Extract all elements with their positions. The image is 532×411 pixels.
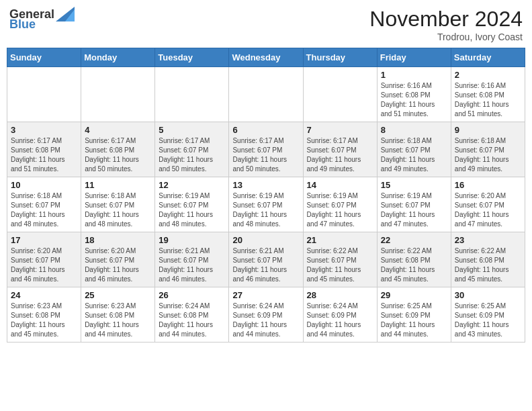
calendar-cell: 14Sunrise: 6:19 AM Sunset: 6:07 PM Dayli… bbox=[303, 177, 377, 232]
day-number: 23 bbox=[455, 235, 521, 245]
month-title: November 2024 bbox=[369, 7, 523, 32]
calendar-cell bbox=[81, 67, 155, 122]
day-info: Sunrise: 6:18 AM Sunset: 6:07 PM Dayligh… bbox=[11, 191, 77, 229]
col-friday: Friday bbox=[377, 48, 451, 67]
col-thursday: Thursday bbox=[303, 48, 377, 67]
day-info: Sunrise: 6:18 AM Sunset: 6:07 PM Dayligh… bbox=[381, 136, 447, 174]
day-number: 20 bbox=[232, 235, 299, 245]
day-info: Sunrise: 6:22 AM Sunset: 6:08 PM Dayligh… bbox=[455, 246, 521, 284]
calendar-cell: 18Sunrise: 6:20 AM Sunset: 6:07 PM Dayli… bbox=[81, 232, 155, 287]
day-number: 2 bbox=[455, 70, 521, 80]
day-number: 19 bbox=[159, 235, 225, 245]
title-section: November 2024 Trodrou, Ivory Coast bbox=[369, 7, 523, 42]
day-number: 28 bbox=[307, 290, 373, 300]
day-info: Sunrise: 6:19 AM Sunset: 6:07 PM Dayligh… bbox=[381, 191, 447, 229]
day-number: 26 bbox=[159, 290, 225, 300]
day-info: Sunrise: 6:19 AM Sunset: 6:07 PM Dayligh… bbox=[232, 191, 299, 229]
calendar-cell: 2Sunrise: 6:16 AM Sunset: 6:08 PM Daylig… bbox=[451, 67, 525, 122]
calendar-cell: 15Sunrise: 6:19 AM Sunset: 6:07 PM Dayli… bbox=[377, 177, 451, 232]
calendar-cell: 25Sunrise: 6:23 AM Sunset: 6:08 PM Dayli… bbox=[81, 287, 155, 342]
calendar-week-5: 24Sunrise: 6:23 AM Sunset: 6:08 PM Dayli… bbox=[7, 287, 525, 342]
calendar-cell: 12Sunrise: 6:19 AM Sunset: 6:07 PM Dayli… bbox=[155, 177, 229, 232]
calendar-cell: 10Sunrise: 6:18 AM Sunset: 6:07 PM Dayli… bbox=[7, 177, 81, 232]
calendar-week-4: 17Sunrise: 6:20 AM Sunset: 6:07 PM Dayli… bbox=[7, 232, 525, 287]
calendar-cell: 7Sunrise: 6:17 AM Sunset: 6:07 PM Daylig… bbox=[303, 122, 377, 177]
day-number: 25 bbox=[85, 290, 151, 300]
day-info: Sunrise: 6:22 AM Sunset: 6:07 PM Dayligh… bbox=[307, 246, 373, 284]
day-number: 8 bbox=[381, 125, 447, 135]
day-info: Sunrise: 6:24 AM Sunset: 6:09 PM Dayligh… bbox=[232, 302, 299, 339]
calendar-cell: 28Sunrise: 6:24 AM Sunset: 6:09 PM Dayli… bbox=[303, 287, 377, 342]
calendar-cell: 30Sunrise: 6:25 AM Sunset: 6:09 PM Dayli… bbox=[451, 287, 525, 342]
col-sunday: Sunday bbox=[7, 48, 81, 67]
day-number: 3 bbox=[11, 125, 77, 135]
day-info: Sunrise: 6:24 AM Sunset: 6:09 PM Dayligh… bbox=[307, 302, 373, 339]
day-number: 6 bbox=[232, 125, 299, 135]
day-info: Sunrise: 6:19 AM Sunset: 6:07 PM Dayligh… bbox=[307, 191, 373, 229]
day-info: Sunrise: 6:23 AM Sunset: 6:08 PM Dayligh… bbox=[11, 302, 77, 339]
day-number: 22 bbox=[381, 235, 447, 245]
calendar-cell: 26Sunrise: 6:24 AM Sunset: 6:08 PM Dayli… bbox=[155, 287, 229, 342]
day-info: Sunrise: 6:21 AM Sunset: 6:07 PM Dayligh… bbox=[232, 246, 299, 284]
logo-blue: Blue bbox=[9, 17, 36, 32]
page-header: General Blue November 2024 Trodrou, Ivor… bbox=[7, 7, 525, 42]
calendar-cell: 5Sunrise: 6:17 AM Sunset: 6:07 PM Daylig… bbox=[155, 122, 229, 177]
calendar-week-1: 1Sunrise: 6:16 AM Sunset: 6:08 PM Daylig… bbox=[7, 67, 525, 122]
day-info: Sunrise: 6:25 AM Sunset: 6:09 PM Dayligh… bbox=[381, 302, 447, 339]
calendar-cell bbox=[303, 67, 377, 122]
col-monday: Monday bbox=[81, 48, 155, 67]
calendar-cell: 21Sunrise: 6:22 AM Sunset: 6:07 PM Dayli… bbox=[303, 232, 377, 287]
logo: General Blue bbox=[9, 7, 75, 32]
calendar-cell: 23Sunrise: 6:22 AM Sunset: 6:08 PM Dayli… bbox=[451, 232, 525, 287]
calendar-cell: 4Sunrise: 6:17 AM Sunset: 6:08 PM Daylig… bbox=[81, 122, 155, 177]
day-info: Sunrise: 6:25 AM Sunset: 6:09 PM Dayligh… bbox=[455, 302, 521, 339]
calendar-week-2: 3Sunrise: 6:17 AM Sunset: 6:08 PM Daylig… bbox=[7, 122, 525, 177]
col-saturday: Saturday bbox=[451, 48, 525, 67]
calendar-cell: 20Sunrise: 6:21 AM Sunset: 6:07 PM Dayli… bbox=[229, 232, 303, 287]
calendar-cell: 19Sunrise: 6:21 AM Sunset: 6:07 PM Dayli… bbox=[155, 232, 229, 287]
day-number: 18 bbox=[85, 235, 151, 245]
calendar-header-row: Sunday Monday Tuesday Wednesday Thursday… bbox=[7, 48, 525, 67]
day-number: 29 bbox=[381, 290, 447, 300]
day-number: 13 bbox=[232, 180, 299, 190]
location: Trodrou, Ivory Coast bbox=[369, 32, 523, 42]
day-info: Sunrise: 6:19 AM Sunset: 6:07 PM Dayligh… bbox=[159, 191, 225, 229]
calendar-cell: 17Sunrise: 6:20 AM Sunset: 6:07 PM Dayli… bbox=[7, 232, 81, 287]
day-number: 17 bbox=[11, 235, 77, 245]
day-info: Sunrise: 6:18 AM Sunset: 6:07 PM Dayligh… bbox=[455, 136, 521, 174]
day-number: 30 bbox=[455, 290, 521, 300]
day-info: Sunrise: 6:17 AM Sunset: 6:07 PM Dayligh… bbox=[159, 136, 225, 174]
calendar: Sunday Monday Tuesday Wednesday Thursday… bbox=[7, 48, 525, 342]
day-number: 24 bbox=[11, 290, 77, 300]
day-info: Sunrise: 6:22 AM Sunset: 6:08 PM Dayligh… bbox=[381, 246, 447, 284]
day-info: Sunrise: 6:17 AM Sunset: 6:07 PM Dayligh… bbox=[232, 136, 299, 174]
day-info: Sunrise: 6:16 AM Sunset: 6:08 PM Dayligh… bbox=[455, 81, 521, 119]
day-info: Sunrise: 6:17 AM Sunset: 6:07 PM Dayligh… bbox=[307, 136, 373, 174]
calendar-cell: 1Sunrise: 6:16 AM Sunset: 6:08 PM Daylig… bbox=[377, 67, 451, 122]
calendar-cell: 3Sunrise: 6:17 AM Sunset: 6:08 PM Daylig… bbox=[7, 122, 81, 177]
day-number: 5 bbox=[159, 125, 225, 135]
day-number: 21 bbox=[307, 235, 373, 245]
calendar-week-3: 10Sunrise: 6:18 AM Sunset: 6:07 PM Dayli… bbox=[7, 177, 525, 232]
day-info: Sunrise: 6:20 AM Sunset: 6:07 PM Dayligh… bbox=[11, 246, 77, 284]
day-info: Sunrise: 6:16 AM Sunset: 6:08 PM Dayligh… bbox=[381, 81, 447, 119]
day-info: Sunrise: 6:18 AM Sunset: 6:07 PM Dayligh… bbox=[85, 191, 151, 229]
calendar-cell bbox=[155, 67, 229, 122]
day-number: 9 bbox=[455, 125, 521, 135]
col-tuesday: Tuesday bbox=[155, 48, 229, 67]
day-info: Sunrise: 6:20 AM Sunset: 6:07 PM Dayligh… bbox=[455, 191, 521, 229]
day-info: Sunrise: 6:17 AM Sunset: 6:08 PM Dayligh… bbox=[11, 136, 77, 174]
calendar-cell: 11Sunrise: 6:18 AM Sunset: 6:07 PM Dayli… bbox=[81, 177, 155, 232]
day-number: 12 bbox=[159, 180, 225, 190]
calendar-cell: 29Sunrise: 6:25 AM Sunset: 6:09 PM Dayli… bbox=[377, 287, 451, 342]
day-info: Sunrise: 6:21 AM Sunset: 6:07 PM Dayligh… bbox=[159, 246, 225, 284]
day-info: Sunrise: 6:24 AM Sunset: 6:08 PM Dayligh… bbox=[159, 302, 225, 339]
calendar-cell: 9Sunrise: 6:18 AM Sunset: 6:07 PM Daylig… bbox=[451, 122, 525, 177]
calendar-cell bbox=[229, 67, 303, 122]
col-wednesday: Wednesday bbox=[229, 48, 303, 67]
calendar-cell: 27Sunrise: 6:24 AM Sunset: 6:09 PM Dayli… bbox=[229, 287, 303, 342]
day-number: 11 bbox=[85, 180, 151, 190]
calendar-cell: 16Sunrise: 6:20 AM Sunset: 6:07 PM Dayli… bbox=[451, 177, 525, 232]
calendar-cell: 22Sunrise: 6:22 AM Sunset: 6:08 PM Dayli… bbox=[377, 232, 451, 287]
day-info: Sunrise: 6:17 AM Sunset: 6:08 PM Dayligh… bbox=[85, 136, 151, 174]
